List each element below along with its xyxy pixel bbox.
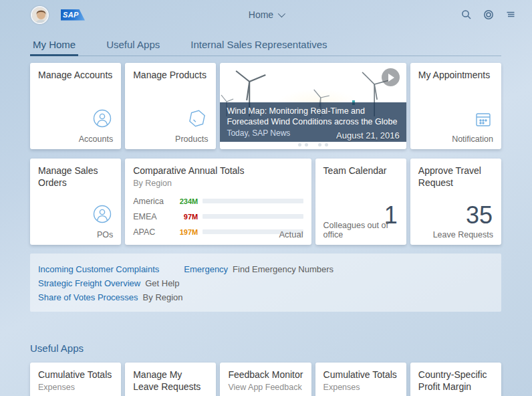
link-text: Incoming Customer Complaints <box>38 264 159 274</box>
chart-category-label: APAC <box>133 227 174 237</box>
kpi-value: 35 <box>466 203 493 227</box>
search-icon[interactable] <box>460 8 473 21</box>
tile-subtitle: Expenses <box>38 383 113 392</box>
tile-footer-label: Notification <box>452 134 493 144</box>
link-row-2: Share of Votes Processes By Region <box>38 292 493 302</box>
tile-row-1: Manage Accounts Accounts Manage Products… <box>30 63 501 149</box>
tab-my-home[interactable]: My Home <box>30 39 78 56</box>
tile-manage-my-leave-requests[interactable]: Manage My Leave Requests By Quarter <box>125 363 216 396</box>
chart-bar-track <box>203 214 303 219</box>
kpi-label: Leave Requests <box>433 230 493 239</box>
chart-value-label: 234M <box>174 197 203 205</box>
link-list-panel: Incoming Customer Complaints Emergency F… <box>30 254 501 312</box>
carousel-dot[interactable] <box>305 143 308 146</box>
tab-internal-sales-representatives[interactable]: Internal Sales Representatives <box>188 39 329 56</box>
tile-title: Manage My Leave Requests <box>133 369 208 393</box>
play-button[interactable] <box>382 68 400 86</box>
chart-row: APAC 197M <box>133 227 303 237</box>
tile-footer-label: Products <box>175 134 208 144</box>
tile-cumulative-totals-1[interactable]: Cumulative Totals Expenses <box>30 363 121 396</box>
link-row-1: Incoming Customer Complaints Emergency F… <box>38 264 493 288</box>
sap-logo-text: SAP <box>61 11 79 19</box>
tile-title: Cumulative Totals <box>323 369 398 381</box>
chart-row: EMEA 97M <box>133 211 303 221</box>
link-share-of-votes-processes[interactable]: Share of Votes Processes By Region <box>38 292 183 302</box>
tile-title: My Appointments <box>418 70 493 82</box>
person-icon <box>92 108 112 131</box>
chart-footer-label: Actual <box>279 229 303 239</box>
tile-title: Manage Accounts <box>38 70 113 82</box>
kpi-label: Colleagues out of office <box>323 221 398 239</box>
tile-footer-label: Accounts <box>79 134 113 144</box>
link-incoming-customer-complaints[interactable]: Incoming Customer Complaints <box>38 264 164 274</box>
tile-my-appointments[interactable]: My Appointments Notification <box>410 63 501 149</box>
calendar-icon <box>474 110 493 131</box>
news-date: August 21, 2016 <box>336 130 400 140</box>
link-desc: By Region <box>143 292 183 302</box>
tile-title: Manage Sales Orders <box>38 165 113 189</box>
chart-subtitle: By Region <box>133 179 303 188</box>
chart-title: Comparative Annual Totals <box>133 165 303 177</box>
tile-feedback-monitor[interactable]: Feedback Monitor View App Feedback <box>220 363 311 396</box>
tile-title: Manage Products <box>133 70 208 82</box>
shell-actions <box>460 8 517 21</box>
link-text: Share of Votes Processes <box>38 292 138 302</box>
carousel-dot[interactable] <box>325 143 328 146</box>
tile-row-2: Manage Sales Orders POs Comparative Annu… <box>30 159 501 245</box>
tile-comparative-annual-totals[interactable]: Comparative Annual Totals By Region Amer… <box>125 159 311 245</box>
product-box-icon <box>187 108 207 131</box>
home-dropdown[interactable]: Home <box>249 9 283 20</box>
link-desc: Get Help <box>145 278 179 288</box>
tile-cumulative-totals-2[interactable]: Cumulative Totals Expenses <box>315 363 406 396</box>
tile-title: Cumulative Totals <box>38 369 113 381</box>
tile-news-carousel[interactable]: Wind Map: Monitoring Real-Time and Forec… <box>220 63 406 149</box>
carousel-dot[interactable] <box>318 143 321 146</box>
chart-category-label: EMEA <box>133 212 174 221</box>
tile-manage-products[interactable]: Manage Products Products <box>125 63 216 149</box>
link-text: Emergency <box>184 264 228 274</box>
tabbar-divider <box>30 56 501 56</box>
chart-row: America 234M <box>133 196 303 206</box>
bar-chart: America 234M EMEA 97M APAC 197M <box>133 196 303 242</box>
tab-label: Useful Apps <box>106 39 160 50</box>
chart-value-label: 97M <box>174 213 203 221</box>
menu-icon[interactable] <box>504 8 517 21</box>
tile-footer-label: POs <box>97 230 113 239</box>
tile-title: Approve Travel Request <box>418 165 493 189</box>
tab-label: Internal Sales Representatives <box>190 39 327 50</box>
sap-logo[interactable]: SAP <box>61 9 85 21</box>
carousel-dots <box>220 143 406 146</box>
news-headline: Wind Map: Monitoring Real-Time and Forec… <box>227 106 399 128</box>
anchor-tabbar: My Home Useful Apps Internal Sales Repre… <box>30 39 501 56</box>
chevron-down-icon <box>278 10 285 17</box>
shell-header: SAP Home <box>0 0 532 29</box>
tile-subtitle: View App Feedback <box>228 383 303 392</box>
tile-subtitle: Expenses <box>323 383 398 392</box>
play-icon <box>388 74 394 82</box>
chart-bar-track <box>203 199 303 203</box>
tab-label: My Home <box>33 39 76 50</box>
copilot-icon[interactable] <box>482 8 495 21</box>
tile-manage-sales-orders[interactable]: Manage Sales Orders POs <box>30 159 121 245</box>
link-emergency[interactable]: Emergency Find Emergency Numbers <box>184 264 334 274</box>
link-text: Strategic Freight Overview <box>38 278 140 288</box>
tile-manage-accounts[interactable]: Manage Accounts Accounts <box>30 63 121 149</box>
tile-area: Manage Accounts Accounts Manage Products… <box>30 63 501 396</box>
carousel-dot[interactable] <box>311 143 315 146</box>
home-dropdown-label: Home <box>249 9 273 20</box>
tile-title: Feedback Monitor <box>228 369 303 381</box>
carousel-dot[interactable] <box>298 143 301 146</box>
launchpad-page: SAP Home My Home Useful Apps Internal Sa… <box>0 0 532 396</box>
avatar-image <box>32 7 49 24</box>
tab-useful-apps[interactable]: Useful Apps <box>104 39 162 56</box>
tile-approve-travel-request[interactable]: Approve Travel Request 35 Leave Requests <box>410 159 501 245</box>
link-strategic-freight-overview[interactable]: Strategic Freight Overview Get Help <box>38 278 179 288</box>
chart-category-label: America <box>133 197 174 206</box>
user-avatar[interactable] <box>31 6 49 24</box>
tile-team-calendar[interactable]: Team Calendar 1 Colleagues out of office <box>315 159 406 245</box>
section-title-useful-apps: Useful Apps <box>30 342 501 354</box>
chart-value-label: 197M <box>174 228 203 236</box>
person-icon <box>92 204 112 227</box>
tile-country-specific-profit-margin[interactable]: Country-Specific Profit Margin Expenses <box>410 363 501 396</box>
tile-row-useful-apps: Cumulative Totals Expenses Manage My Lea… <box>30 363 501 396</box>
